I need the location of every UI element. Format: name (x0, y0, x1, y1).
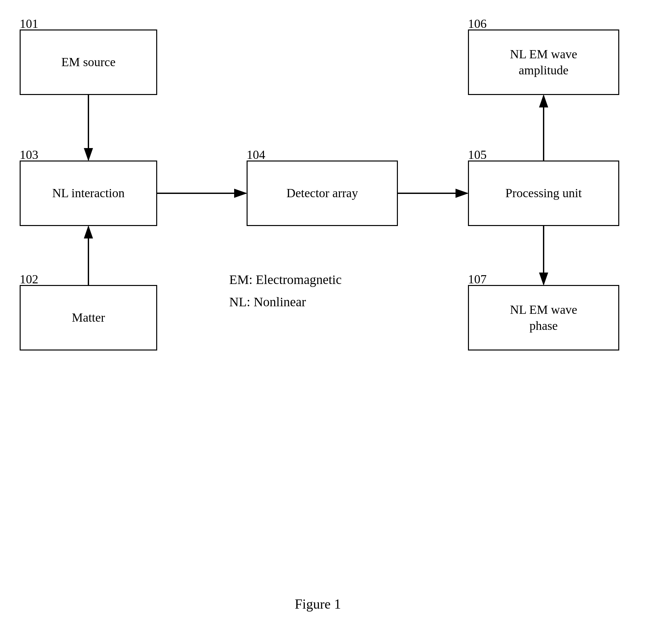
nl-em-amplitude-label: NL EM wave amplitude (510, 46, 577, 79)
nl-em-phase-box: NL EM wave phase (468, 285, 619, 350)
nl-em-amplitude-id: 106 (468, 17, 487, 31)
nl-em-phase-id: 107 (468, 272, 487, 286)
diagram-container: EM source 101 NL interaction 103 Matter … (0, 0, 652, 644)
matter-id: 102 (20, 272, 38, 286)
nl-interaction-id: 103 (20, 147, 38, 162)
em-source-label: EM source (61, 54, 116, 70)
processing-unit-box: Processing unit (468, 161, 619, 226)
matter-label: Matter (72, 310, 105, 326)
legend-nl-line: NL: Nonlinear (229, 291, 342, 313)
em-source-id: 101 (20, 17, 38, 31)
nl-em-phase-label: NL EM wave phase (510, 302, 577, 334)
matter-box: Matter (20, 285, 157, 350)
detector-array-box: Detector array (247, 161, 398, 226)
detector-array-label: Detector array (287, 185, 358, 201)
nl-interaction-label: NL interaction (52, 185, 125, 201)
legend: EM: Electromagnetic NL: Nonlinear (229, 269, 342, 313)
processing-unit-label: Processing unit (505, 185, 581, 201)
nl-em-amplitude-box: NL EM wave amplitude (468, 29, 619, 95)
em-source-box: EM source (20, 29, 157, 95)
processing-unit-id: 105 (468, 147, 487, 162)
nl-interaction-box: NL interaction (20, 161, 157, 226)
figure-caption: Figure 1 (295, 596, 341, 612)
detector-array-id: 104 (247, 147, 265, 162)
legend-em-line: EM: Electromagnetic (229, 269, 342, 291)
